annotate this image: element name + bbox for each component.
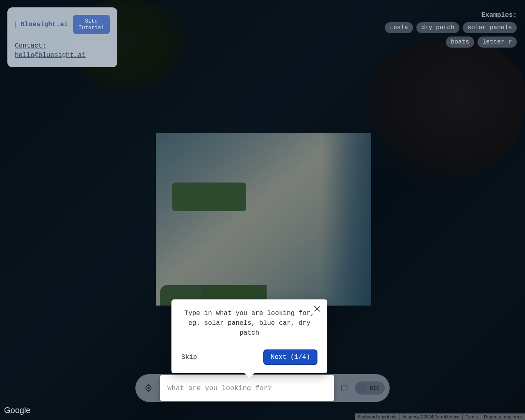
- brand-card: Bluesight.ai Site Tutorial Contact: hell…: [7, 7, 117, 67]
- search-input[interactable]: [167, 384, 327, 392]
- map-highlight-region: [156, 133, 371, 306]
- size-toggle[interactable]: BIG: [355, 381, 385, 395]
- google-logo: Google: [4, 406, 31, 415]
- bounding-box-icon: [340, 384, 348, 392]
- examples-label: Examples:: [385, 11, 517, 19]
- crosshair-icon: [144, 383, 153, 393]
- contact-label: Contact:: [15, 42, 46, 50]
- brand-logo-dot: [15, 21, 16, 28]
- toggle-label: BIG: [367, 385, 383, 391]
- close-icon[interactable]: [313, 305, 321, 313]
- locate-button[interactable]: [140, 380, 157, 396]
- site-tutorial-button[interactable]: Site Tutorial: [73, 15, 110, 34]
- examples-panel: Examples: tesla dry patch solar panels b…: [385, 11, 517, 51]
- example-chip[interactable]: letter r: [477, 37, 517, 48]
- svg-rect-6: [341, 385, 347, 391]
- terms-link[interactable]: Terms: [462, 413, 481, 420]
- toggle-knob: [356, 383, 367, 393]
- keyboard-shortcuts-link[interactable]: Keyboard shortcuts: [355, 413, 399, 420]
- tutorial-text: Type in what you are looking for, eg. so…: [181, 308, 317, 338]
- skip-button[interactable]: Skip: [181, 354, 197, 361]
- map-attribution-bar: Keyboard shortcuts Imagery ©2024 TerraMe…: [355, 413, 525, 420]
- svg-point-1: [148, 387, 149, 389]
- example-chip[interactable]: solar panels: [463, 22, 517, 33]
- imagery-copyright: Imagery ©2024 TerraMetrics: [399, 413, 462, 420]
- contact-link[interactable]: Contact: hello@bluesight.ai: [15, 41, 110, 60]
- next-button[interactable]: Next (1/4): [263, 349, 317, 365]
- search-bar: BIG: [135, 374, 390, 402]
- region-select-button[interactable]: [338, 381, 351, 395]
- tutorial-tooltip: Type in what you are looking for, eg. so…: [171, 299, 327, 373]
- example-chip[interactable]: boats: [446, 37, 474, 48]
- example-chip[interactable]: tesla: [385, 22, 413, 33]
- report-error-link[interactable]: Report a map error: [481, 413, 525, 420]
- example-chip[interactable]: dry patch: [416, 22, 459, 33]
- search-input-container: [160, 375, 334, 401]
- brand-name: Bluesight.ai: [21, 21, 68, 28]
- contact-email: hello@bluesight.ai: [15, 52, 86, 59]
- tooltip-arrow-icon: [244, 372, 255, 378]
